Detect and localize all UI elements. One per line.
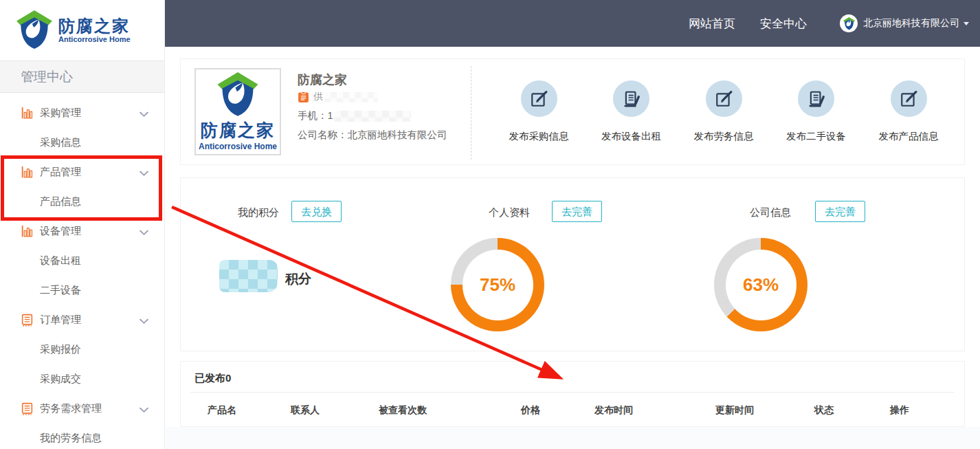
sidebar-item-label: 采购成交	[40, 373, 81, 386]
personal-profile-progress-ring: 75%	[451, 238, 544, 331]
sidebar-item-label: 劳务需求管理	[40, 402, 102, 415]
company-value: 北京丽地科技有限公司	[348, 129, 447, 140]
company-info-progress-ring: 63%	[714, 238, 808, 331]
col-views: 被查看次数	[379, 404, 427, 417]
avatar	[840, 14, 858, 32]
col-status: 状态	[814, 404, 834, 417]
brand-title: 防腐之家	[58, 17, 131, 35]
sidebar-item-purchase-info[interactable]: 采购信息	[0, 128, 164, 157]
sidebar-item-purchase-deals[interactable]: 采购成交	[0, 364, 164, 394]
sidebar-section-header: 管理中心	[0, 61, 164, 93]
chevron-down-icon	[140, 166, 148, 178]
published-table-card: 已发布0 产品名 联系人 被查看次数 价格 发布时间 更新时间 状态 操作	[180, 361, 965, 427]
sidebar-menu: 采购管理 采购信息 产品管理	[0, 93, 164, 449]
redacted-phone	[334, 111, 411, 122]
published-count-title: 已发布0	[194, 372, 231, 385]
edit-square-icon	[706, 80, 742, 117]
profile-card: 防腐之家 Anticorrosive Home 防腐之家 供 手机：1 公司名称…	[180, 58, 965, 165]
sidebar-item-label: 订单管理	[40, 314, 81, 327]
document-icon	[21, 402, 34, 415]
sidebar-item-my-labor-info[interactable]: 我的劳务信息	[0, 424, 164, 449]
user-company-name: 北京丽地科技有限公司	[863, 17, 959, 30]
col-price: 价格	[521, 404, 540, 417]
redacted-role	[324, 92, 378, 102]
publish-secondhand-equipment-button[interactable]: 发布二手设备	[772, 59, 861, 164]
bar-chart-icon	[21, 166, 34, 179]
publish-purchase-info-button[interactable]: 发布采购信息	[494, 59, 583, 164]
chevron-down-icon	[140, 107, 148, 119]
bar-chart-icon	[21, 107, 34, 120]
col-contact: 联系人	[291, 404, 320, 417]
nav-security-center[interactable]: 安全中心	[760, 16, 807, 32]
points-unit: 积分	[285, 270, 311, 288]
clipboard-icon	[298, 91, 309, 103]
col-update-time: 更新时间	[715, 404, 754, 417]
sidebar-item-label: 产品管理	[40, 166, 81, 179]
col-publish-time: 发布时间	[594, 404, 633, 417]
edit-square-icon	[521, 80, 557, 117]
profile-role-visible: 供	[313, 91, 323, 103]
page-bottom-strip	[166, 427, 980, 449]
brand-subtitle: Anticorrosive Home	[58, 35, 131, 43]
points-title: 我的积分	[238, 206, 279, 219]
table-header-row: 产品名 联系人 被查看次数 价格 发布时间 更新时间 状态 操作	[181, 393, 964, 427]
sidebar-item-equipment-rental[interactable]: 设备出租	[0, 246, 164, 276]
document-pen-icon	[798, 80, 834, 117]
quick-actions: 发布采购信息 发布设备出租	[482, 59, 966, 164]
publish-equipment-rental-button[interactable]: 发布设备出租	[587, 59, 676, 164]
publish-product-info-button[interactable]: 发布产品信息	[864, 59, 953, 164]
sidebar-item-order-management[interactable]: 订单管理	[0, 305, 164, 335]
sidebar-item-label: 设备管理	[40, 225, 81, 238]
redacted-points-value	[219, 260, 278, 292]
sidebar-logo: 防腐之家 Anticorrosive Home	[0, 0, 164, 61]
complete-personal-button[interactable]: 去完善	[552, 201, 602, 222]
sidebar-item-product-management[interactable]: 产品管理	[0, 157, 164, 187]
col-operation: 操作	[890, 404, 909, 417]
sidebar-item-secondhand-equipment[interactable]: 二手设备	[0, 276, 164, 305]
user-account-menu[interactable]: 北京丽地科技有限公司	[840, 14, 969, 32]
profile-company-row: 公司名称：北京丽地科技有限公司	[298, 129, 447, 142]
chevron-down-icon	[140, 226, 148, 237]
company-logo-image: 防腐之家 Anticorrosive Home	[194, 68, 281, 155]
company-info-title: 公司信息	[750, 206, 791, 219]
redeem-points-button[interactable]: 去兑换	[291, 201, 342, 222]
topbar: 网站首页 安全中心 北京丽地科技有限公司	[165, 0, 980, 47]
document-pen-icon	[613, 80, 649, 117]
vertical-dashed-divider	[471, 66, 471, 160]
edit-square-icon	[891, 80, 927, 117]
action-label: 发布采购信息	[509, 130, 569, 143]
personal-percent: 75%	[480, 274, 515, 296]
profile-phone-row: 手机：1	[298, 109, 411, 122]
sidebar-item-product-info[interactable]: 产品信息	[0, 187, 164, 217]
profile-name: 防腐之家	[298, 72, 347, 88]
sidebar-item-labor-demand-management[interactable]: 劳务需求管理	[0, 394, 164, 424]
company-label: 公司名称：	[298, 129, 348, 140]
action-label: 发布劳务信息	[694, 130, 754, 143]
sidebar-item-label: 采购信息	[40, 136, 81, 149]
sidebar: 防腐之家 Anticorrosive Home 管理中心 采购管理	[0, 0, 165, 449]
publish-labor-info-button[interactable]: 发布劳务信息	[679, 59, 768, 164]
sidebar-item-label: 产品信息	[40, 195, 81, 208]
bar-chart-icon	[21, 225, 34, 238]
sidebar-item-equipment-management[interactable]: 设备管理	[0, 217, 164, 246]
sidebar-item-purchase-management[interactable]: 采购管理	[0, 98, 164, 128]
brand-logo-icon	[16, 10, 52, 50]
chevron-down-icon	[140, 314, 148, 326]
phone-visible: 1	[328, 110, 333, 121]
sidebar-item-label: 采购管理	[40, 107, 81, 120]
sidebar-item-label: 采购报价	[40, 343, 81, 356]
nav-site-home[interactable]: 网站首页	[689, 16, 735, 32]
action-label: 发布产品信息	[879, 130, 939, 143]
brand-subtitle: Anticorrosive Home	[199, 142, 277, 151]
action-label: 发布二手设备	[786, 130, 846, 143]
phone-label: 手机：	[298, 110, 328, 121]
brand-title: 防腐之家	[201, 119, 275, 142]
complete-company-button[interactable]: 去完善	[815, 201, 865, 222]
stats-card: 我的积分 去兑换 个人资料 去完善 公司信息 去完善 积分 75% 63%	[180, 177, 965, 351]
sidebar-item-label: 二手设备	[40, 284, 81, 297]
col-product-name: 产品名	[208, 404, 236, 417]
sidebar-item-purchase-quote[interactable]: 采购报价	[0, 335, 164, 364]
caret-down-icon	[964, 22, 969, 25]
personal-profile-title: 个人资料	[489, 206, 530, 219]
sidebar-item-label: 我的劳务信息	[40, 432, 102, 445]
